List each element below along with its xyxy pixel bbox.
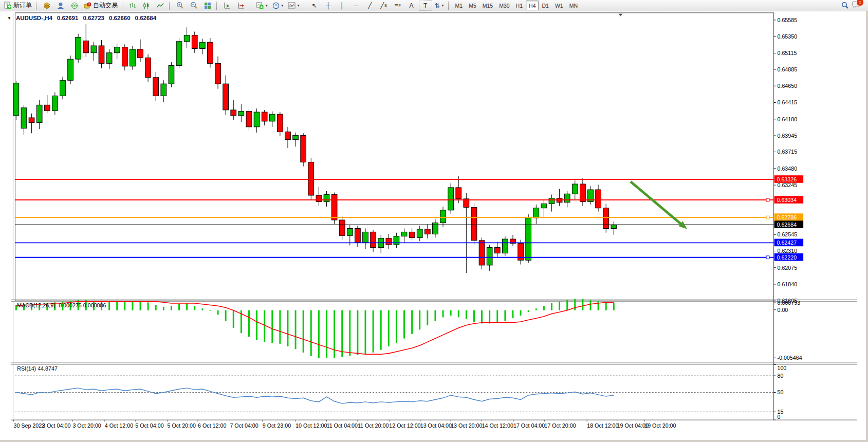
line-chart-button[interactable] xyxy=(154,1,167,11)
new-chart-icon xyxy=(256,2,264,9)
line-handle[interactable] xyxy=(766,256,769,259)
crosshair-button[interactable]: ┼ xyxy=(322,1,335,11)
candle xyxy=(184,35,190,41)
candlestick-chart-button[interactable] xyxy=(140,1,153,11)
timeframe-button-mn[interactable]: MN xyxy=(566,1,581,10)
timeframe-button-m5[interactable]: M5 xyxy=(466,1,479,10)
channel-button[interactable]: ╱E xyxy=(377,1,391,11)
tile-windows-button[interactable] xyxy=(201,1,214,11)
macd-histogram-bar xyxy=(543,306,545,310)
date-label: 13 Oct 04:00 xyxy=(420,422,452,429)
price-tick-label: 0.64180 xyxy=(777,116,797,122)
candle xyxy=(471,207,477,241)
candle xyxy=(176,42,182,66)
channel-sub-label: E xyxy=(384,4,387,7)
timeframe-button-m1[interactable]: M1 xyxy=(452,1,466,10)
line-handle[interactable] xyxy=(766,216,769,219)
chart-canvas[interactable]: 0.655850.653500.651150.648850.646500.644… xyxy=(0,11,868,442)
horizontal-line-icon: ─ xyxy=(354,3,358,9)
price-line-badge-label: 0.62427 xyxy=(777,240,797,246)
vertical-line-button[interactable]: │ xyxy=(336,1,349,11)
periods-button[interactable]: ▾ xyxy=(270,1,286,11)
macd-axis-label: -0.005464 xyxy=(777,355,802,361)
text-icon: A xyxy=(410,3,414,9)
candle xyxy=(324,195,329,202)
date-label: 6 Oct 12:00 xyxy=(198,422,226,429)
candle xyxy=(68,59,73,80)
chart-shift-button[interactable] xyxy=(234,1,248,11)
zoom-out-button[interactable] xyxy=(187,1,200,11)
trendline-button[interactable]: ╱ xyxy=(363,1,377,11)
zoom-in-button[interactable] xyxy=(173,1,187,11)
chart-menu-caret-icon[interactable]: ▼ xyxy=(7,16,11,21)
price-line-badge-label: 0.63034 xyxy=(777,197,797,203)
arrows-button[interactable]: ⇅▾ xyxy=(433,1,446,11)
price-line-badge-label: 0.62220 xyxy=(777,254,797,261)
templates-button[interactable]: ▾ xyxy=(286,1,302,11)
candle xyxy=(122,47,127,66)
bar-chart-button[interactable] xyxy=(126,1,139,11)
fibonacci-icon: ≡ xyxy=(394,3,398,9)
macd-histogram-bar xyxy=(264,310,265,342)
candle xyxy=(448,188,454,210)
chat-button[interactable]: 1 xyxy=(852,1,861,10)
date-label: 17 Oct 04:00 xyxy=(513,422,545,429)
autotrading-button[interactable]: 自动交易 xyxy=(82,1,120,11)
macd-histogram-bar xyxy=(318,310,320,358)
candle xyxy=(269,114,275,121)
candle xyxy=(114,47,120,53)
community-button[interactable] xyxy=(54,1,67,11)
window-bottom-border xyxy=(0,440,868,442)
search-button[interactable] xyxy=(838,1,852,11)
macd-histogram-bar xyxy=(271,310,273,343)
timeframe-button-m15[interactable]: M15 xyxy=(479,1,496,10)
new-order-button[interactable]: 新订单 xyxy=(2,1,34,11)
bar-chart-icon xyxy=(129,2,136,9)
autotrading-label: 自动交易 xyxy=(93,1,118,10)
autotrading-icon xyxy=(84,2,91,9)
dropdown-caret-icon: ▾ xyxy=(298,4,300,8)
text-button[interactable]: A xyxy=(405,1,418,11)
signals-button[interactable] xyxy=(68,1,81,11)
line-handle[interactable] xyxy=(766,198,769,201)
candle xyxy=(293,135,299,139)
date-label: 4 Oct 12:00 xyxy=(105,422,133,429)
macd-label: MACD(12,26,9) -0.000275 0.000086 xyxy=(17,302,106,308)
candle xyxy=(192,35,197,48)
timeframe-button-w1[interactable]: W1 xyxy=(552,1,566,10)
text-label-button[interactable]: T xyxy=(419,1,432,11)
candle xyxy=(29,118,34,123)
macd-histogram-bar xyxy=(450,310,452,316)
vertical-line-icon: │ xyxy=(340,3,344,9)
macd-histogram-bar xyxy=(248,310,250,337)
candle xyxy=(409,232,415,237)
candle xyxy=(503,239,508,253)
horizontal-line-button[interactable]: ─ xyxy=(349,1,363,11)
market-button[interactable] xyxy=(40,1,53,11)
cursor-button[interactable]: ↖ xyxy=(308,1,321,11)
dropdown-caret-icon: ▾ xyxy=(442,4,444,8)
open-value: 0.62691 xyxy=(57,15,79,21)
macd-histogram-bar xyxy=(590,300,592,310)
dropdown-caret-icon: ▾ xyxy=(266,4,268,8)
rsi-level-label: 0 xyxy=(777,414,780,420)
macd-histogram-bar xyxy=(605,302,607,310)
candle xyxy=(316,195,322,201)
auto-scroll-button[interactable] xyxy=(220,1,234,11)
timeframe-button-d1[interactable]: D1 xyxy=(539,1,551,10)
search-icon xyxy=(841,2,849,9)
zoom-in-icon xyxy=(176,2,184,9)
macd-histogram-bar xyxy=(466,310,467,319)
date-label: 30 Sep 2022 xyxy=(13,422,45,429)
new-chart-button[interactable]: ▾ xyxy=(254,1,270,11)
macd-histogram-bar xyxy=(124,302,125,310)
market-icon xyxy=(43,2,50,9)
timeframe-button-m30[interactable]: M30 xyxy=(496,1,512,10)
fibonacci-button[interactable]: ≡F xyxy=(391,1,404,11)
macd-histogram-bar xyxy=(419,310,420,330)
cursor-icon: ↖ xyxy=(312,3,317,9)
candle xyxy=(262,112,267,121)
timeframe-button-h1[interactable]: H1 xyxy=(513,1,526,10)
timeframe-button-h4[interactable]: H4 xyxy=(526,1,539,10)
price-tick-label: 0.64650 xyxy=(777,83,797,89)
